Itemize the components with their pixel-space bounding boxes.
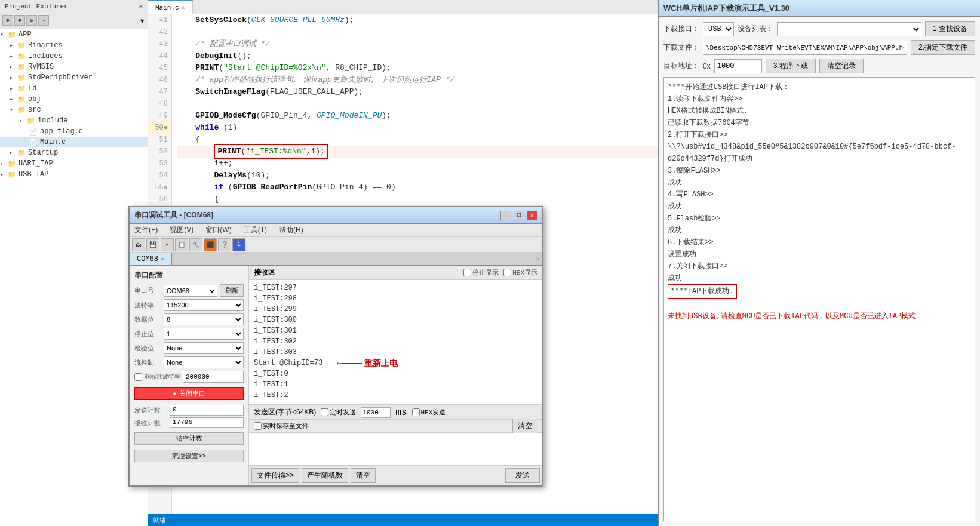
folder-icon-uart-iap: 📁 xyxy=(7,159,17,168)
panel-close-icon[interactable]: ✕ xyxy=(139,2,143,10)
config-flow-row: 流控制 None xyxy=(134,356,244,368)
tree-item-app[interactable]: ▾ 📁 APP xyxy=(0,29,148,40)
serial-tab-x-icon[interactable]: ✕ xyxy=(533,255,542,263)
tree-item-startup[interactable]: ▸ 📁 Startup xyxy=(0,147,148,158)
send-btn[interactable]: 发送 xyxy=(505,468,540,483)
serial-tab-com68[interactable]: COM68 ✕ xyxy=(130,253,172,265)
tree-item-app-flag[interactable]: 📄 app_flag.c xyxy=(0,126,148,137)
toolbar-link-btn[interactable]: ⇒ xyxy=(38,15,49,26)
tree-item-uart-iap[interactable]: ▸ 📁 UART_IAP xyxy=(0,158,148,169)
iap-addr-input[interactable] xyxy=(714,59,762,73)
config-nonstd-input[interactable] xyxy=(183,371,244,383)
send-text-area[interactable] xyxy=(249,433,542,466)
tree-arrow-include: ▸ xyxy=(19,117,26,124)
recv-line-4: i_TEST:301 xyxy=(254,325,537,336)
menu-tools[interactable]: 工具(T) xyxy=(241,225,269,235)
folder-icon-usb-iap: 📁 xyxy=(7,170,17,179)
serial-tb-2[interactable]: 💾 xyxy=(146,238,159,251)
menu-view[interactable]: 视图(V) xyxy=(167,225,196,235)
folder-icon-binaries: 📁 xyxy=(17,41,26,50)
recv-content[interactable]: i_TEST:297 i_TEST:298 i_TEST:299 i_TEST:… xyxy=(249,280,542,405)
tab-close-icon[interactable]: ✕ xyxy=(182,4,185,11)
timed-send-input[interactable] xyxy=(321,408,328,416)
serial-maximize-btn[interactable]: □ xyxy=(514,211,524,220)
tree-item-main[interactable]: 📄 Main.c xyxy=(0,137,148,147)
config-stopbits-select[interactable]: 1 xyxy=(164,328,244,340)
tree-item-usb-iap[interactable]: ▸ 📁 USB_IAP xyxy=(0,169,148,180)
menu-window[interactable]: 窗口(W) xyxy=(203,225,234,235)
tree-arrow-uart-iap: ▸ xyxy=(0,160,7,167)
flow-settings-btn[interactable]: 流控设置>> xyxy=(134,450,244,462)
iap-port-row: 下载接口： USB 设备列表： 1.查找设备 xyxy=(663,21,975,36)
clear-send-btn[interactable]: 清空 xyxy=(351,468,376,483)
hex-display-input[interactable] xyxy=(503,269,511,276)
serial-tb-6[interactable]: ⬛ xyxy=(204,238,217,251)
serial-tb-7[interactable]: ❓ xyxy=(218,238,231,251)
iap-port-label: 下载接口： xyxy=(663,24,699,34)
iap-body: 下载接口： USB 设备列表： 1.查找设备 下载文件： 2.指定下载文件 目标… xyxy=(659,17,980,526)
config-databits-select[interactable]: 8 xyxy=(164,313,244,325)
iap-log[interactable]: ****开始通过USB接口进行IAP下载： 1.读取下载文件内容>> HEX格式… xyxy=(663,77,975,521)
tree-item-rvmsis[interactable]: ▸ 📁 RVMSIS xyxy=(0,61,148,72)
hex-send-checkbox[interactable]: HEX发送 xyxy=(412,408,446,417)
recv-line-2: i_TEST:299 xyxy=(254,304,537,315)
menu-file[interactable]: 文件(F) xyxy=(132,225,160,235)
toolbar-refresh-btn[interactable]: ↻ xyxy=(26,15,37,26)
iap-clear-log-btn[interactable]: 清空记录 xyxy=(819,59,864,73)
serial-config-panel: 串口配置 串口号 COM68 刷新 波特率 115200 xyxy=(130,266,249,485)
tree-item-includes[interactable]: ▸ 📁 Includes xyxy=(0,51,148,61)
toolbar-collapse-btn[interactable]: ⊖ xyxy=(2,15,13,26)
config-parity-row: 检验位 None xyxy=(134,342,244,354)
config-flow-select[interactable]: None xyxy=(164,356,244,368)
send-count-row: 发送计数 0 xyxy=(134,405,244,416)
serial-tb-5[interactable]: 🔧 xyxy=(189,238,202,251)
tree-label-main: Main.c xyxy=(40,138,66,146)
iap-port-select[interactable]: USB xyxy=(703,22,734,36)
iap-find-device-btn[interactable]: 1.查找设备 xyxy=(925,21,975,36)
file-transfer-btn[interactable]: 文件传输>> xyxy=(251,468,299,483)
config-baud-select[interactable]: 115200 xyxy=(164,299,244,311)
iap-specify-file-btn[interactable]: 2.指定下载文件 xyxy=(911,40,975,55)
stop-display-checkbox[interactable]: 停止显示 xyxy=(463,268,499,277)
menu-help[interactable]: 帮助(H) xyxy=(277,225,306,235)
random-btn[interactable]: 产生随机数 xyxy=(302,468,348,483)
config-nonstd-row: 非标准波特率 xyxy=(134,371,244,383)
count-clear-btn[interactable]: 清空计数 xyxy=(134,432,244,445)
iap-download-btn[interactable]: 3.程序下载 xyxy=(766,59,816,73)
tree-item-include[interactable]: ▸ 📁 include xyxy=(0,115,148,126)
tree-label-app: APP xyxy=(19,30,32,39)
clear-recv-btn[interactable]: 清空 xyxy=(512,419,537,433)
stop-display-input[interactable] xyxy=(463,269,471,276)
tree-item-src[interactable]: ▾ 📁 src xyxy=(0,104,148,115)
hex-display-checkbox[interactable]: HEX显示 xyxy=(503,268,537,277)
tree-item-binaries[interactable]: ▸ 📁 Binaries xyxy=(0,40,148,51)
recv-count-label: 接收计数 xyxy=(134,419,167,427)
save-file-input[interactable] xyxy=(254,422,262,430)
iap-file-path-input[interactable] xyxy=(703,41,907,55)
serial-tab-close-icon[interactable]: ✕ xyxy=(161,256,164,263)
serial-tb-8[interactable]: i xyxy=(232,238,245,251)
tab-main-c[interactable]: Main.c ✕ xyxy=(148,0,193,14)
serial-tb-1[interactable]: 🗂 xyxy=(132,238,145,251)
hex-send-input[interactable] xyxy=(412,408,420,416)
tree-item-stdperiph[interactable]: ▸ 📁 StdPeriphDriver xyxy=(0,72,148,83)
tree-item-obj[interactable]: ▸ 📁 obj xyxy=(0,94,148,104)
close-port-btn[interactable]: ● 关闭串口 xyxy=(134,387,244,400)
line-num-42: 42 xyxy=(148,26,171,38)
timed-send-value[interactable] xyxy=(361,407,391,418)
config-port-select[interactable]: COM68 xyxy=(164,285,217,297)
config-nonstd-checkbox[interactable] xyxy=(134,373,142,381)
serial-tb-4[interactable]: 📋 xyxy=(175,238,188,251)
tree-item-ld[interactable]: ▸ 📁 Ld xyxy=(0,83,148,94)
toolbar-expand-btn[interactable]: ⊕ xyxy=(14,15,25,26)
save-file-checkbox[interactable]: 实时保存至文件 xyxy=(254,422,309,430)
config-refresh-btn[interactable]: 刷新 xyxy=(220,284,244,297)
send-textarea[interactable] xyxy=(249,433,542,465)
iap-device-list-select[interactable] xyxy=(777,22,921,36)
serial-close-btn[interactable]: ✕ xyxy=(527,211,537,220)
serial-minimize-btn[interactable]: _ xyxy=(500,211,511,220)
line-num-49: 49 xyxy=(148,110,171,122)
timed-send-checkbox[interactable]: 定时发送 xyxy=(321,408,356,417)
serial-tb-3[interactable]: ✂ xyxy=(161,238,174,251)
config-parity-select[interactable]: None xyxy=(164,342,244,354)
